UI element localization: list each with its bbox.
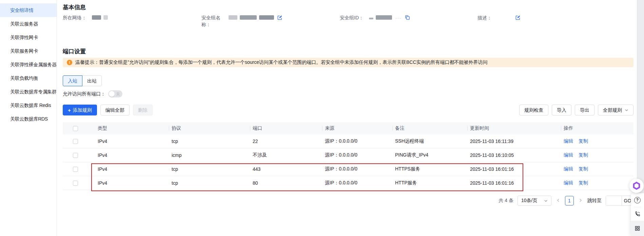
warning-tip-bar: ! 温馨提示：普通安全组是"允许访问"的规则集合，每添加一个规则，代表允许一个s… bbox=[63, 58, 633, 67]
table-row-http: IPv4 tcp 80 源IP：0.0.0.0/0 HTTP服务 2025-11… bbox=[63, 176, 633, 190]
field-description: 描述： bbox=[477, 14, 521, 21]
cell-port: 80 bbox=[250, 180, 322, 186]
sidebar-item-associated-eni[interactable]: 关联弹性网卡 bbox=[0, 31, 57, 44]
export-button[interactable]: 导出 bbox=[575, 105, 594, 115]
add-rule-button[interactable]: + 添加规则 bbox=[63, 105, 97, 115]
cell-remark: HTTP服务 bbox=[392, 180, 467, 186]
sidebar-item-associated-ddc[interactable]: 关联云数据库专属集群 bbox=[0, 85, 57, 98]
allow-all-ports-toggle[interactable]: 关 bbox=[108, 90, 122, 97]
tab-inbound[interactable]: 入站 bbox=[63, 75, 82, 86]
cell-remark: HTTPS服务 bbox=[392, 166, 467, 172]
pagination: 共 4 条 10条/页 1 跳转至 GO bbox=[499, 196, 633, 206]
plus-icon: + bbox=[68, 108, 71, 113]
cell-source: 源IP：0.0.0.0/0 bbox=[322, 180, 392, 186]
security-group-detail-page: 安全组详情 关联云服务器 关联弹性网卡 关联服务网卡 关联弹性裸金属服务器 关联… bbox=[0, 0, 644, 236]
allow-all-ports-label: 允许访问所有端口： bbox=[63, 91, 105, 97]
row-checkbox[interactable] bbox=[73, 153, 78, 158]
sidebar-item-associated-bcc[interactable]: 关联云服务器 bbox=[0, 17, 57, 31]
col-port: 端口 bbox=[250, 125, 322, 131]
import-button[interactable]: 导入 bbox=[552, 105, 571, 115]
table-row-ssh: IPv4 tcp 22 源IP：0.0.0.0/0 SSH远程终端 2025-1… bbox=[63, 134, 633, 148]
field-network: 所在网络： bbox=[63, 14, 108, 21]
toggle-state-label: 关 bbox=[116, 91, 120, 97]
jump-page-input[interactable] bbox=[606, 196, 622, 205]
row-checkbox[interactable] bbox=[73, 181, 78, 186]
basic-info-title: 基本信息 bbox=[63, 3, 86, 11]
network-label: 所在网络： bbox=[63, 14, 86, 21]
sidebar-item-associated-bbc[interactable]: 关联弹性裸金属服务器 bbox=[0, 58, 57, 71]
allow-all-ports-row: 允许访问所有端口： 关 bbox=[63, 90, 122, 97]
field-sg-id: 安全组ID： ... bbox=[340, 14, 410, 21]
copy-rule-link[interactable]: 复制 bbox=[579, 152, 588, 158]
cell-updated: 2025-11-03 16:11:39 bbox=[467, 139, 561, 144]
tab-outbound[interactable]: 出站 bbox=[82, 75, 102, 86]
cell-source: 源IP：0.0.0.0/0 bbox=[322, 166, 392, 172]
copy-rule-link[interactable]: 复制 bbox=[579, 166, 588, 172]
cell-protocol: tcp bbox=[169, 180, 250, 186]
next-page-button[interactable] bbox=[578, 198, 583, 203]
col-updated: 更新时间 bbox=[467, 125, 561, 131]
sg-name-label: 安全组名称： bbox=[201, 14, 223, 28]
sidebar-item-associated-rds[interactable]: 关联云数据库RDS bbox=[0, 112, 57, 126]
sg-name-redacted-value bbox=[229, 15, 274, 20]
apps-grid-button[interactable] bbox=[631, 221, 644, 236]
col-source: 来源 bbox=[322, 125, 392, 131]
ai-assistant-button[interactable] bbox=[629, 179, 644, 193]
sg-id-redacted-value bbox=[369, 15, 392, 20]
cell-updated: 2025-11-03 16:10:05 bbox=[467, 152, 561, 158]
copy-rule-link[interactable]: 复制 bbox=[579, 138, 588, 144]
copy-id-icon[interactable] bbox=[405, 15, 410, 20]
warning-icon: ! bbox=[67, 60, 72, 65]
cell-updated: 2025-11-03 16:01:16 bbox=[467, 166, 561, 172]
cell-remark: PING请求_IPv4 bbox=[392, 152, 467, 158]
jump-to-label: 跳转至 bbox=[587, 198, 602, 204]
cell-remark: SSH远程终端 bbox=[392, 138, 467, 144]
main-content: 基本信息 所在网络： 安全组名称： 安全组I bbox=[63, 0, 633, 236]
sidebar-item-associated-service-nic[interactable]: 关联服务网卡 bbox=[0, 44, 57, 58]
cell-updated: 2025-11-03 16:01:16 bbox=[467, 180, 561, 186]
sidebar-item-associated-redis[interactable]: 关联云数据库 Redis bbox=[0, 98, 57, 112]
sidebar: 安全组详情 关联云服务器 关联弹性网卡 关联服务网卡 关联弹性裸金属服务器 关联… bbox=[0, 0, 57, 236]
rules-table: 类型 协议 端口 来源 备注 更新时间 操作 IPv4 tcp 22 源IP：0… bbox=[63, 122, 633, 190]
assistant-logo-icon bbox=[632, 182, 641, 190]
page-size-select[interactable]: 10条/页 bbox=[518, 196, 551, 206]
rule-check-button[interactable]: 规则检查 bbox=[519, 105, 548, 115]
chevron-down-icon bbox=[544, 199, 548, 203]
cell-type: IPv4 bbox=[95, 152, 169, 158]
cell-port: 不涉及 bbox=[250, 152, 322, 158]
chevron-down-icon bbox=[625, 108, 628, 112]
sidebar-item-security-group-detail[interactable]: 安全组详情 bbox=[0, 3, 57, 17]
cell-type: IPv4 bbox=[95, 166, 169, 172]
edit-rule-link[interactable]: 编辑 bbox=[564, 180, 573, 186]
edit-rule-link[interactable]: 编辑 bbox=[564, 166, 573, 172]
rule-actions-left: + 添加规则 编辑全部 删除 bbox=[63, 105, 153, 115]
cell-port: 443 bbox=[250, 166, 322, 172]
col-actions: 操作 bbox=[561, 125, 633, 131]
cell-type: IPv4 bbox=[95, 180, 169, 186]
edit-name-icon[interactable] bbox=[277, 15, 282, 20]
row-checkbox[interactable] bbox=[73, 167, 78, 172]
network-redacted-value bbox=[92, 15, 108, 20]
current-page-button[interactable]: 1 bbox=[565, 196, 574, 205]
select-all-checkbox[interactable] bbox=[73, 126, 78, 131]
toggle-knob-icon bbox=[109, 91, 115, 97]
table-row-ping: IPv4 icmp 不涉及 源IP：0.0.0.0/0 PING请求_IPv4 … bbox=[63, 148, 633, 162]
direction-tabs: 入站 出站 bbox=[63, 75, 102, 86]
edit-description-icon[interactable] bbox=[515, 15, 521, 20]
row-checkbox[interactable] bbox=[73, 139, 78, 144]
all-rules-dropdown[interactable]: 全部规则 bbox=[598, 105, 633, 115]
prev-page-button[interactable] bbox=[555, 198, 561, 203]
contact-button[interactable] bbox=[631, 207, 644, 221]
delete-button[interactable]: 删除 bbox=[133, 105, 153, 115]
table-header: 类型 协议 端口 来源 备注 更新时间 操作 bbox=[63, 122, 633, 134]
col-remark: 备注 bbox=[392, 125, 467, 131]
copy-rule-link[interactable]: 复制 bbox=[579, 180, 588, 186]
help-button[interactable]: ? bbox=[631, 193, 644, 207]
cell-source: 源IP：0.0.0.0/0 bbox=[322, 152, 392, 158]
field-sg-name: 安全组名称： bbox=[201, 14, 282, 28]
sidebar-item-associated-blb[interactable]: 关联负载均衡 bbox=[0, 71, 57, 85]
edit-rule-link[interactable]: 编辑 bbox=[564, 138, 573, 144]
edit-all-button[interactable]: 编辑全部 bbox=[100, 105, 130, 115]
floating-toolbar: ? bbox=[631, 193, 644, 236]
edit-rule-link[interactable]: 编辑 bbox=[564, 152, 573, 158]
